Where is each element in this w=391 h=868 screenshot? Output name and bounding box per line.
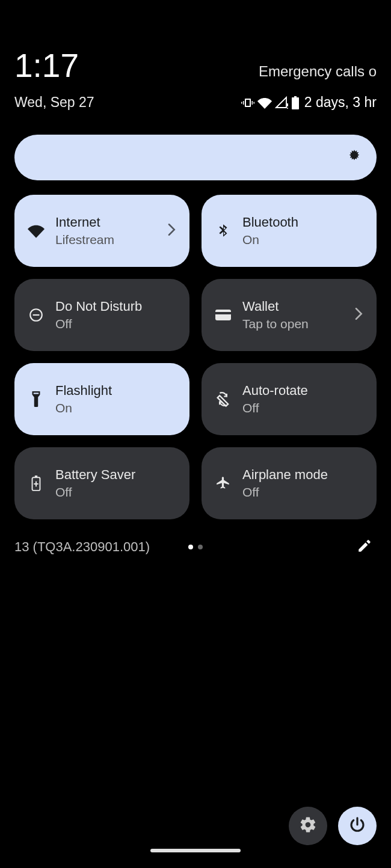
- batterysaver-tile[interactable]: Battery Saver Off: [14, 447, 189, 519]
- battery-icon: [291, 96, 300, 110]
- tile-subtitle: Off: [242, 485, 363, 500]
- bluetooth-icon: [215, 223, 232, 239]
- tile-subtitle: Tap to open: [242, 317, 344, 331]
- tile-subtitle: Lifestream: [55, 233, 157, 247]
- tile-title: Airplane mode: [242, 467, 363, 483]
- tile-title: Flashlight: [55, 383, 176, 399]
- signal-alert-icon: [274, 96, 289, 110]
- tile-title: Battery Saver: [55, 467, 176, 483]
- autorotate-icon: [215, 391, 232, 408]
- power-icon: [348, 816, 366, 836]
- quick-settings-footer: 13 (TQ3A.230901.001): [0, 519, 391, 559]
- svg-rect-5: [215, 310, 231, 320]
- tile-subtitle: Off: [242, 401, 363, 415]
- chevron-right-icon: [355, 308, 363, 322]
- pencil-icon: [357, 538, 372, 556]
- tile-title: Auto-rotate: [242, 383, 363, 399]
- date-label[interactable]: Wed, Sep 27: [14, 94, 94, 111]
- tile-subtitle: On: [242, 233, 363, 247]
- chevron-right-icon: [168, 224, 176, 238]
- wifi-icon: [28, 222, 45, 239]
- settings-button[interactable]: [289, 807, 327, 845]
- flashlight-tile[interactable]: Flashlight On: [14, 363, 189, 435]
- page-dot: [198, 545, 203, 549]
- status-icons: 2 days, 3 hr: [241, 94, 377, 111]
- tile-subtitle: On: [55, 401, 176, 415]
- dnd-icon: [28, 307, 45, 323]
- battery-estimate-label: 2 days, 3 hr: [304, 94, 377, 111]
- tile-subtitle: Off: [55, 485, 176, 500]
- svg-rect-8: [35, 475, 37, 477]
- tile-title: Internet: [55, 215, 157, 230]
- navigation-pill[interactable]: [150, 849, 241, 852]
- wallet-icon: [215, 308, 232, 322]
- power-button[interactable]: [338, 807, 377, 845]
- internet-tile[interactable]: Internet Lifestream: [14, 195, 189, 267]
- tile-subtitle: Off: [55, 317, 176, 331]
- clock-time: 1:17: [14, 49, 79, 82]
- brightness-icon: [346, 148, 362, 167]
- edit-button[interactable]: [353, 535, 377, 559]
- dnd-tile[interactable]: Do Not Disturb Off: [14, 279, 189, 351]
- vibrate-icon: [241, 96, 255, 110]
- svg-point-1: [287, 108, 288, 109]
- emergency-calls-label: Emergency calls o: [259, 63, 377, 82]
- airplane-icon: [215, 475, 232, 491]
- page-dot: [188, 545, 193, 549]
- bluetooth-tile[interactable]: Bluetooth On: [202, 195, 377, 267]
- wifi-icon: [257, 96, 272, 110]
- airplane-tile[interactable]: Airplane mode Off: [202, 447, 377, 519]
- quick-settings-subheader: Wed, Sep 27 2 days, 3 hr: [0, 82, 391, 111]
- build-label: 13 (TQ3A.230901.001): [14, 539, 150, 555]
- bottom-bar: [0, 799, 391, 854]
- brightness-slider[interactable]: [14, 135, 377, 180]
- autorotate-tile[interactable]: Auto-rotate Off: [202, 363, 377, 435]
- tile-title: Bluetooth: [242, 215, 363, 230]
- quick-settings-header: 1:17 Emergency calls o: [0, 0, 391, 82]
- quick-settings-tiles: Internet Lifestream Bluetooth On Do Not …: [0, 180, 391, 519]
- battery-saver-icon: [28, 475, 45, 492]
- svg-rect-6: [215, 312, 231, 314]
- tile-title: Do Not Disturb: [55, 299, 176, 314]
- page-indicator: [188, 545, 203, 549]
- wallet-tile[interactable]: Wallet Tap to open: [202, 279, 377, 351]
- flashlight-icon: [28, 391, 45, 408]
- gear-icon: [299, 816, 317, 836]
- tile-title: Wallet: [242, 299, 344, 314]
